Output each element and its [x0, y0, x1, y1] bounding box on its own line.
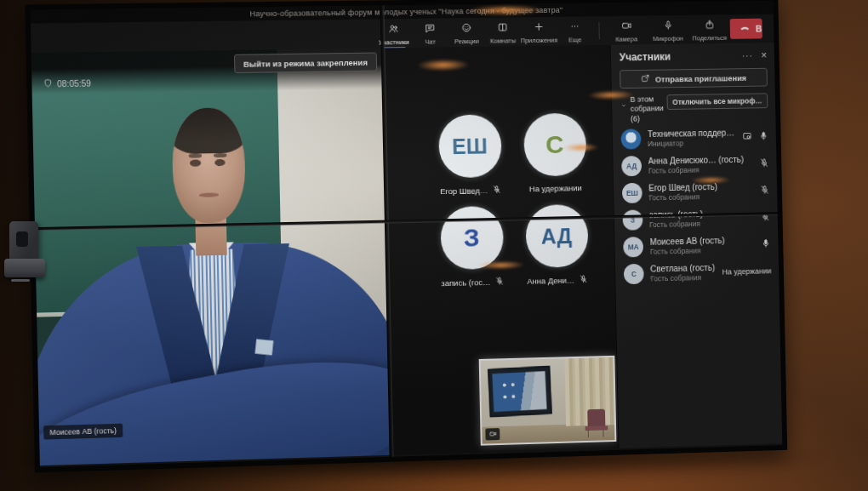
device-label: Микрофон: [653, 35, 683, 43]
device-label: Поделиться: [693, 34, 727, 42]
avatar: ЕШ: [438, 114, 502, 178]
rooms-icon: [497, 21, 508, 37]
avatar: МА: [623, 237, 643, 257]
room-display-screen: [493, 371, 547, 413]
more-icon: [569, 20, 580, 35]
pinned-speaker-video[interactable]: Выйти из режима закрепления 08:05:59 Мои…: [31, 48, 390, 465]
send-invite-button[interactable]: Отправка приглашения: [620, 68, 768, 88]
meeting-body: Выйти из режима закрепления 08:05:59 Мои…: [31, 43, 783, 465]
section-count: (6): [631, 114, 664, 124]
mic-off-icon: [579, 274, 588, 285]
microphone-button[interactable]: Микрофон: [647, 17, 688, 43]
share-button[interactable]: Поделиться: [688, 16, 730, 42]
participant-row[interactable]: Техническая поддержка Инициатор: [613, 123, 777, 152]
chat-icon: [425, 22, 436, 37]
mic-off-icon[interactable]: [759, 156, 769, 171]
participant-role: Гость собрания: [649, 218, 754, 229]
panel-title: Участники: [620, 50, 743, 64]
mute-all-button[interactable]: Отключить все микроф…: [666, 93, 768, 110]
mic-on-icon[interactable]: [761, 237, 771, 252]
tab-apps[interactable]: Приложения: [521, 19, 557, 44]
avatar: АД: [621, 156, 642, 176]
camera-icon: [620, 20, 631, 35]
participant-row[interactable]: АД Анна Денисюко… (гость) Гость собрания: [613, 150, 777, 180]
avatar: С: [624, 264, 644, 284]
speaker-eye: [214, 159, 226, 166]
participant-role: Гость собрания: [650, 245, 755, 256]
participant-role: Гость собрания: [648, 191, 753, 203]
leave-button-main[interactable]: Выйти: [730, 19, 762, 39]
room-display: [488, 366, 552, 417]
participant-row[interactable]: МА Моисеев АВ (гость) Гость собрания: [614, 231, 779, 261]
speaker-head: [172, 107, 246, 223]
camera-button[interactable]: Камера: [605, 17, 648, 43]
ptz-camera: [4, 221, 45, 288]
tab-more[interactable]: Еще: [557, 18, 593, 43]
participant-name: Техническая поддержка: [648, 128, 735, 140]
toolbar-spacer: [31, 34, 375, 38]
ptz-camera-lens: [16, 231, 28, 247]
screen-dot: [503, 384, 506, 387]
tab-reactions[interactable]: Реакции: [448, 20, 485, 45]
tile-label: На удержании: [529, 183, 582, 193]
speaker-mouth: [199, 192, 219, 197]
presenting-icon: [742, 129, 752, 145]
shield-icon: [43, 78, 54, 89]
tab-rooms[interactable]: Комнаты: [484, 19, 521, 44]
participant-tile[interactable]: С На удержании: [511, 112, 597, 195]
meeting-timer: 08:05:59: [43, 78, 91, 90]
panel-more-button[interactable]: ···: [742, 51, 753, 60]
toolbar-divider: [598, 22, 599, 39]
room-chair-legs: [588, 430, 604, 437]
speaker-brow: [188, 154, 201, 158]
tab-label: Приложения: [521, 37, 557, 45]
mic-icon: [662, 19, 673, 34]
participant-row[interactable]: З запись (гость) Гость собрания: [614, 203, 779, 234]
section-chevron-icon[interactable]: [620, 97, 627, 112]
on-hold-status: На удержании: [722, 266, 772, 276]
mic-off-icon: [494, 277, 504, 288]
tiles-area: ЕШ Егор Швед… С На удержании З запись (г: [381, 45, 619, 455]
participant-role: Инициатор: [648, 138, 735, 148]
video-wall: Научно-образовательный форум молодых уче…: [25, 0, 787, 472]
tile-label: запись (гос…: [441, 277, 490, 288]
participant-role: Гость собрания: [648, 164, 753, 174]
mic-off-icon: [492, 185, 501, 196]
avatar: АД: [525, 204, 588, 268]
participant-name: Светлана (гость): [650, 263, 716, 275]
invite-icon: [641, 73, 650, 84]
tab-chat[interactable]: Чат: [412, 20, 448, 46]
tab-label: Еще: [568, 36, 581, 43]
avatar-tile-grid: ЕШ Егор Швед… С На удержании З запись (г: [426, 112, 600, 288]
panel-section-row: В этом собрании (6) Отключить все микроф…: [612, 88, 777, 125]
tab-label: Комнаты: [490, 37, 517, 44]
participant-row[interactable]: С Светлана (гость) Гость собрания На уде…: [615, 257, 779, 288]
camera-switch-chip[interactable]: [485, 428, 500, 440]
mic-on-icon[interactable]: [758, 128, 768, 144]
pocket-square: [254, 340, 273, 356]
ptz-camera-base: [4, 259, 45, 277]
participant-tile[interactable]: ЕШ Егор Швед…: [426, 114, 513, 197]
avatar: С: [523, 113, 586, 177]
reactions-icon: [461, 21, 472, 37]
section-label: В этом собрании: [630, 94, 663, 114]
avatar: ЕШ: [622, 183, 642, 203]
camera-switch-icon: [488, 426, 497, 442]
participants-panel: Участники ··· × Отправка приглашения В э…: [610, 43, 783, 448]
speaker-brow: [214, 153, 226, 157]
screen-dot: [504, 395, 507, 398]
participant-role: Гость собрания: [650, 272, 716, 283]
tile-label: Егор Швед…: [440, 186, 488, 196]
tab-label: Чат: [425, 38, 436, 46]
panel-close-button[interactable]: ×: [761, 49, 767, 61]
participant-row[interactable]: ЕШ Егор Швед (гость) Гость собрания: [614, 177, 778, 207]
share-icon: [704, 18, 715, 33]
exit-pin-mode-button[interactable]: Выйти из режима закрепления: [234, 53, 377, 73]
section-label-block: В этом собрании (6): [630, 94, 664, 123]
mic-off-icon[interactable]: [760, 183, 770, 198]
device-label: Камера: [615, 35, 637, 43]
self-view[interactable]: [479, 356, 617, 446]
leave-button[interactable]: Выйти: [730, 19, 762, 39]
hangup-icon: [739, 22, 751, 36]
speaker-eye: [190, 160, 201, 167]
